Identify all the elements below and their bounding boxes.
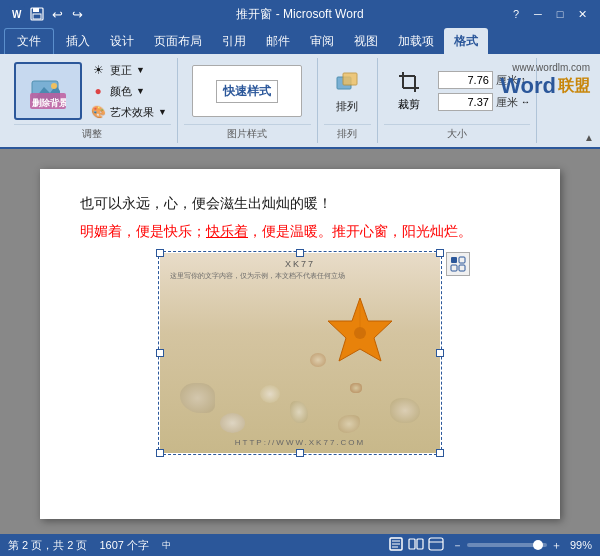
- crop-icon: [397, 70, 421, 94]
- tab-format[interactable]: 格式: [444, 28, 488, 54]
- view-mode-web[interactable]: [428, 536, 444, 554]
- wordlm-url: www.wordlm.com: [500, 62, 590, 73]
- quick-styles-area: 快速样式: [192, 65, 302, 117]
- document-page: 也可以永远，心，便会滋生出灿灿的暖！ 明媚着，便是快乐；快乐着，便是温暖。推开心…: [40, 169, 560, 519]
- quick-access-toolbar: W ↩ ↪: [8, 5, 86, 23]
- shell-5: [338, 415, 360, 433]
- handle-middle-left[interactable]: [156, 349, 164, 357]
- adjust-label: 调整: [14, 124, 171, 141]
- tab-references[interactable]: 引用: [212, 28, 256, 54]
- picture-styles-content: 快速样式: [184, 60, 311, 122]
- quick-styles-label: 快速样式: [216, 80, 278, 103]
- handle-top-right[interactable]: [436, 249, 444, 257]
- picture-styles-label: 图片样式: [184, 124, 311, 141]
- document-text-2: 明媚着，便是快乐；快乐着，便是温暖。推开心窗，阳光灿烂。: [80, 217, 520, 245]
- crop-button[interactable]: 裁剪: [384, 65, 434, 117]
- size-label: 大小: [384, 124, 530, 141]
- language-icon: 中: [161, 538, 177, 550]
- status-right: － ＋ 99%: [388, 536, 592, 554]
- close-button[interactable]: ✕: [572, 4, 592, 24]
- shell-1: [180, 383, 215, 413]
- svg-rect-19: [451, 257, 457, 263]
- window-title: 推开窗 - Microsoft Word: [236, 6, 363, 23]
- beach-image: XK77 这里写你的文字内容，仅为示例，本文档不代表任何立场: [160, 253, 440, 453]
- arrange-icon: [333, 69, 361, 97]
- word-logo-area: www.wordlm.com Word 联盟: [500, 62, 590, 99]
- image-layout-icon[interactable]: [446, 252, 470, 276]
- arrange-content: 排列: [324, 60, 371, 122]
- tab-design[interactable]: 设计: [100, 28, 144, 54]
- tab-insert[interactable]: 插入: [56, 28, 100, 54]
- corrections-icon: ☀: [90, 62, 106, 78]
- svg-rect-4: [33, 14, 41, 19]
- width-input[interactable]: [438, 93, 493, 111]
- text-rest: ，便是温暖。推开心窗，阳光灿烂。: [248, 223, 472, 239]
- title-bar: W ↩ ↪ 推开窗 - Microsoft Word ? ─ □ ✕: [0, 0, 600, 28]
- text-mingmei: 明媚着: [80, 223, 122, 239]
- ribbon-tabs: 文件 插入 设计 页面布局 引用 邮件 审阅 视图 加载项 格式: [0, 28, 600, 54]
- artistic-effects-button[interactable]: 🎨 艺术效果 ▼: [86, 102, 171, 122]
- minimize-button[interactable]: ─: [528, 4, 548, 24]
- ribbon-group-adjust: 删除背景 ☀ 更正 ▼ ● 颜色 ▼ 🎨 艺术效果 ▼: [8, 58, 178, 143]
- corrections-button[interactable]: ☀ 更正 ▼: [86, 60, 171, 80]
- shell-8: [350, 383, 362, 393]
- word-count[interactable]: 1607 个字: [99, 538, 149, 553]
- svg-text:W: W: [12, 9, 22, 20]
- selected-image-container[interactable]: XK77 这里写你的文字内容，仅为示例，本文档不代表任何立场: [160, 253, 440, 453]
- height-input[interactable]: [438, 71, 493, 89]
- redo-button[interactable]: ↪: [68, 5, 86, 23]
- artistic-effects-icon: 🎨: [90, 104, 106, 120]
- status-bar: 第 2 页，共 2 页 1607 个字 中 － ＋ 99%: [0, 534, 600, 556]
- image-subtitle: 这里写你的文字内容，仅为示例，本文档不代表任何立场: [170, 271, 430, 281]
- svg-rect-22: [459, 265, 465, 271]
- arrange-button[interactable]: 排列: [325, 65, 369, 118]
- view-mode-print[interactable]: [388, 536, 404, 554]
- word-logo: Word 联盟: [500, 73, 590, 99]
- page-info[interactable]: 第 2 页，共 2 页: [8, 538, 87, 553]
- svg-rect-11: [343, 73, 357, 85]
- ribbon-group-picture-styles: 快速样式 图片样式: [178, 58, 318, 143]
- tab-mail[interactable]: 邮件: [256, 28, 300, 54]
- shell-4: [260, 385, 280, 403]
- tab-view[interactable]: 视图: [344, 28, 388, 54]
- handle-middle-right[interactable]: [436, 349, 444, 357]
- view-mode-reading[interactable]: [408, 536, 424, 554]
- zoom-slider[interactable]: [467, 543, 547, 547]
- help-button[interactable]: ?: [506, 4, 526, 24]
- color-icon: ●: [90, 83, 106, 99]
- color-button[interactable]: ● 颜色 ▼: [86, 81, 171, 101]
- shell-6: [290, 401, 308, 423]
- remove-bg-icon: 删除背景: [30, 73, 66, 109]
- svg-text:删除背景: 删除背景: [31, 98, 66, 108]
- zoom-in-button[interactable]: ＋: [551, 538, 562, 553]
- handle-bottom-left[interactable]: [156, 449, 164, 457]
- zoom-out-button[interactable]: －: [452, 538, 463, 553]
- word-logo-text: Word: [500, 73, 556, 99]
- svg-rect-30: [417, 539, 423, 549]
- tab-addins[interactable]: 加载项: [388, 28, 444, 54]
- handle-top-middle[interactable]: [296, 249, 304, 257]
- shell-3: [390, 398, 420, 423]
- undo-button[interactable]: ↩: [48, 5, 66, 23]
- save-button[interactable]: [28, 5, 46, 23]
- tab-layout[interactable]: 页面布局: [144, 28, 212, 54]
- handle-bottom-right[interactable]: [436, 449, 444, 457]
- ribbon-collapse-button[interactable]: ▲: [584, 132, 594, 143]
- remove-background-button[interactable]: 删除背景: [14, 62, 82, 120]
- handle-bottom-middle[interactable]: [296, 449, 304, 457]
- tab-review[interactable]: 审阅: [300, 28, 344, 54]
- language-indicator: 中: [161, 538, 177, 552]
- document-text-1: 也可以永远，心，便会滋生出灿灿的暖！: [80, 189, 520, 217]
- svg-rect-3: [33, 8, 39, 12]
- quick-styles-gallery[interactable]: 快速样式: [192, 65, 302, 117]
- maximize-button[interactable]: □: [550, 4, 570, 24]
- word-icon: W: [8, 5, 26, 23]
- svg-rect-20: [459, 257, 465, 263]
- title-bar-controls: ? ─ □ ✕: [506, 4, 592, 24]
- ribbon-group-arrange: 排列 排列: [318, 58, 378, 143]
- zoom-percent[interactable]: 99%: [570, 539, 592, 551]
- tab-file[interactable]: 文件: [4, 28, 54, 54]
- svg-text:中: 中: [162, 540, 171, 550]
- handle-top-left[interactable]: [156, 249, 164, 257]
- svg-point-18: [354, 327, 366, 339]
